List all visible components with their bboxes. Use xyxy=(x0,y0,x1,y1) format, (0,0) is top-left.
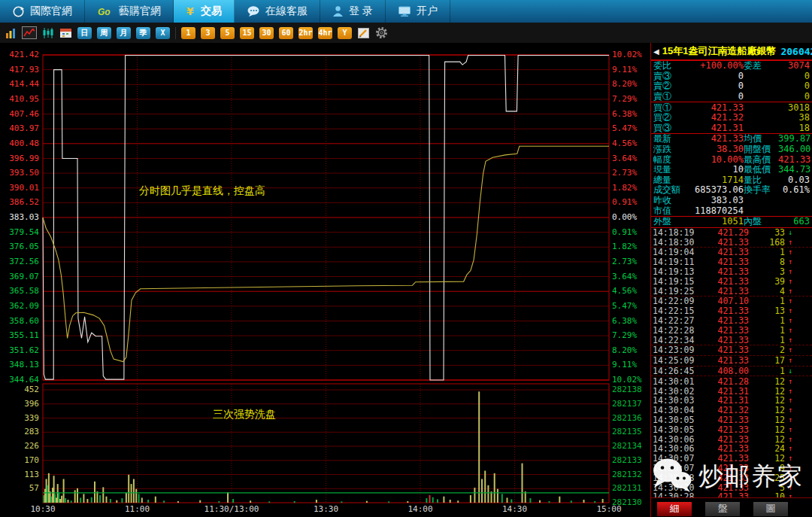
up-arrow-icon: ↑ xyxy=(785,483,795,492)
period-button-4hr[interactable]: 4hr xyxy=(318,27,332,39)
trade-row: 14:22:15421.3313↑ xyxy=(651,306,812,316)
period-button-Y[interactable]: Y xyxy=(338,27,352,39)
up-arrow-icon: ↑ xyxy=(785,267,795,276)
trade-row: 14:22:09407.101↑ xyxy=(651,296,812,306)
period-button-30[interactable]: 30 xyxy=(259,27,274,39)
period-button-5[interactable]: 5 xyxy=(220,27,235,39)
trade-row: 14:30:28421.3310↑ xyxy=(651,492,812,497)
up-arrow-icon: ↑ xyxy=(785,454,795,463)
period-button-2hr[interactable]: 2hr xyxy=(298,27,313,39)
trade-row: 14:30:04421.3212↑ xyxy=(651,406,812,415)
up-arrow-icon: ↑ xyxy=(785,287,795,296)
quote-row: 總量1714量比0.03 xyxy=(651,175,812,186)
trade-row: 14:30:07421.339↑ xyxy=(651,464,812,473)
trade-list[interactable]: 14:18:19421.2933↓14:18:30421.33168↑14:19… xyxy=(651,227,812,497)
up-arrow-icon: ↑ xyxy=(785,238,795,247)
period-button-周[interactable]: 周 xyxy=(97,27,111,39)
panel-tab-盤[interactable]: 盤 xyxy=(705,502,740,516)
quote-row: 漲跌38.30開盤價346.00 xyxy=(651,144,812,155)
bar-chart-icon[interactable] xyxy=(5,27,17,39)
up-arrow-icon: ↑ xyxy=(785,316,795,325)
up-arrow-icon: ↑ xyxy=(785,277,795,286)
up-arrow-icon: ↑ xyxy=(785,425,795,434)
chart-canvas xyxy=(0,43,650,517)
top-nav: 國際官網Go藝購官網¥交易在線客服登 录开户 xyxy=(0,0,812,23)
nav-tab-trade[interactable]: ¥交易 xyxy=(174,0,235,23)
svg-text:Go: Go xyxy=(98,7,111,17)
up-arrow-icon: ↑ xyxy=(785,257,795,266)
trade-row: 14:30:06421.3312↑ xyxy=(651,434,812,444)
quote-row: 委比+100.00%委差3074 xyxy=(651,60,812,71)
globe-refresh-icon xyxy=(12,5,25,18)
panel-tabs: 細盤圖 xyxy=(651,497,812,516)
calendar-icon[interactable] xyxy=(59,27,72,38)
period-button-15[interactable]: 15 xyxy=(240,27,254,39)
trade-row: 14:30:05421.3312↑ xyxy=(651,415,812,425)
trade-row: 14:25:09421.3317↑ xyxy=(651,355,812,366)
quote-row: 成交額685373.06換手率0.61% xyxy=(651,185,812,196)
gear-icon[interactable] xyxy=(375,26,388,39)
period-button-3[interactable]: 3 xyxy=(201,27,215,39)
trade-row: 14:22:27421.331↑ xyxy=(651,316,812,326)
up-arrow-icon: ↑ xyxy=(785,492,795,497)
period-button-X[interactable]: X xyxy=(156,27,170,39)
app-window: 國際官網Go藝購官網¥交易在線客服登 录开户 日周月季X1351530602hr… xyxy=(0,0,812,517)
user-icon xyxy=(332,5,344,17)
down-arrow-icon: ↓ xyxy=(785,366,795,376)
up-arrow-icon: ↑ xyxy=(785,396,795,405)
nav-tab-mall-site[interactable]: Go藝購官網 xyxy=(85,0,174,23)
nav-tab-intl-site[interactable]: 國際官網 xyxy=(0,0,85,23)
quote-row: 賣①00 xyxy=(651,92,812,102)
line-chart-icon[interactable] xyxy=(22,26,37,39)
nav-tab-login[interactable]: 登 录 xyxy=(320,0,386,23)
nav-spacer xyxy=(450,0,812,23)
trade-row: 14:23:09421.332↑ xyxy=(651,345,812,355)
toolbar-divider xyxy=(175,27,176,39)
panel-tab-細[interactable]: 細 xyxy=(657,502,692,516)
quote-row: 賣②00 xyxy=(651,81,812,92)
trade-row: 14:18:30421.33168↑ xyxy=(651,237,812,247)
period-button-60[interactable]: 60 xyxy=(279,27,293,39)
annotation-trend: 分时图几乎是直线，控盘高 xyxy=(139,184,265,198)
trade-row: 14:26:45408.001↓ xyxy=(651,366,812,376)
up-arrow-icon: ↑ xyxy=(785,473,795,482)
period-button-1[interactable]: 1 xyxy=(181,27,195,39)
period-button-月[interactable]: 月 xyxy=(117,27,131,39)
trade-row: 14:30:05421.3312↑ xyxy=(651,424,812,434)
period-button-季[interactable]: 季 xyxy=(136,27,150,39)
go-icon: Go xyxy=(97,6,114,17)
prev-instrument-arrow-icon[interactable]: ◀ xyxy=(653,47,659,56)
monitor-icon xyxy=(398,5,411,17)
quote-row: 現量10最低價344.73 xyxy=(651,165,812,175)
chat-icon xyxy=(247,5,260,17)
trade-row: 14:30:06421.3324↑ xyxy=(651,444,812,454)
up-arrow-icon: ↑ xyxy=(785,444,795,453)
up-arrow-icon: ↑ xyxy=(785,248,795,257)
up-arrow-icon: ↑ xyxy=(785,356,795,365)
quote-row: 賣③00 xyxy=(651,71,812,82)
nav-tab-open-account[interactable]: 开户 xyxy=(386,0,450,23)
trade-row: 14:19:11421.338↑ xyxy=(651,257,812,267)
panel-tab-圖[interactable]: 圖 xyxy=(753,502,788,516)
trade-row: 14:22:34421.331↑ xyxy=(651,335,812,345)
pencil-icon[interactable] xyxy=(357,27,370,39)
trade-row: 14:30:07421.3312↑ xyxy=(651,454,812,464)
nav-tab-online-service[interactable]: 在線客服 xyxy=(235,0,320,23)
trade-row: 14:19:15421.3339↑ xyxy=(651,276,812,286)
up-arrow-icon: ↑ xyxy=(785,326,795,335)
trade-row: 14:30:02421.3112↑ xyxy=(651,386,812,396)
quote-title-bar: ◀ 15年1盎司江南造船廠銀幣 206042 ▶ xyxy=(651,43,812,60)
up-arrow-icon: ↑ xyxy=(785,435,795,444)
toolbar: 日周月季X1351530602hr4hrY xyxy=(0,23,812,43)
trade-row: 14:30:03421.3112↑ xyxy=(651,396,812,406)
period-button-日[interactable]: 日 xyxy=(77,27,92,39)
trade-row: 14:19:25421.334↑ xyxy=(651,286,812,296)
quote-row: 市值118870254 xyxy=(651,205,812,216)
up-arrow-icon: ↑ xyxy=(785,415,795,424)
trade-row: 14:22:28421.331↑ xyxy=(651,325,812,335)
kline-icon[interactable] xyxy=(42,27,54,39)
instrument-name: 15年1盎司江南造船廠銀幣 xyxy=(662,44,777,58)
trade-row: 14:18:19421.2933↓ xyxy=(651,228,812,238)
svg-text:¥: ¥ xyxy=(186,5,194,17)
quote-row: 最新421.33均價399.87 xyxy=(651,133,812,144)
